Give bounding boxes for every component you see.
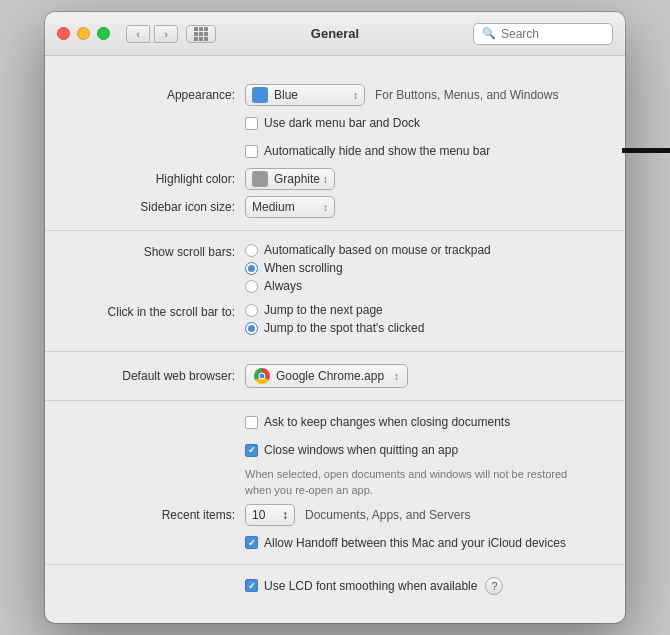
scroll-bars-options: Automatically based on mouse or trackpad… (245, 243, 491, 297)
sidebar-chevron: ↕ (323, 202, 328, 213)
close-windows-row: Close windows when quitting an app (75, 439, 595, 461)
appearance-section: Appearance: Blue ↕ For Buttons, Menus, a… (45, 72, 625, 231)
lcd-section: Use LCD font smoothing when available ? (45, 565, 625, 607)
ask-changes-row: Ask to keep changes when closing documen… (75, 411, 595, 433)
recent-chevron: ↕ (282, 508, 288, 522)
preferences-content: Appearance: Blue ↕ For Buttons, Menus, a… (45, 56, 625, 623)
close-windows-label: Close windows when quitting an app (264, 443, 458, 457)
help-button[interactable]: ? (485, 577, 503, 595)
sidebar-value: Medium (252, 200, 323, 214)
maximize-button[interactable] (97, 27, 110, 40)
auto-hide-label: Automatically hide and show the menu bar (264, 144, 490, 158)
search-box[interactable]: 🔍 (473, 23, 613, 45)
traffic-lights (57, 27, 110, 40)
back-button[interactable]: ‹ (126, 25, 150, 43)
grid-view-button[interactable] (186, 25, 216, 43)
scroll-auto-label: Automatically based on mouse or trackpad (264, 243, 491, 257)
browser-label: Default web browser: (75, 369, 245, 383)
click-spot-row: Jump to the spot that's clicked (245, 321, 424, 335)
sidebar-label: Sidebar icon size: (75, 200, 245, 214)
click-spot-radio[interactable] (245, 322, 258, 335)
close-windows-checkbox-row: Close windows when quitting an app (245, 443, 458, 457)
recent-items-row: Recent items: 10 ↕ Documents, Apps, and … (75, 504, 595, 526)
lcd-label: Use LCD font smoothing when available (264, 579, 477, 593)
documents-section: Ask to keep changes when closing documen… (45, 401, 625, 565)
blue-color-dot (252, 87, 268, 103)
scroll-bars-row: Show scroll bars: Automatically based on… (75, 243, 595, 297)
auto-hide-checkbox-row: Automatically hide and show the menu bar (245, 144, 490, 158)
search-icon: 🔍 (482, 27, 496, 40)
forward-button[interactable]: › (154, 25, 178, 43)
appearance-row: Appearance: Blue ↕ For Buttons, Menus, a… (75, 84, 595, 106)
search-input[interactable] (501, 27, 604, 41)
handoff-row: Allow Handoff between this Mac and your … (75, 532, 595, 554)
scroll-auto-radio[interactable] (245, 244, 258, 257)
scroll-always-label: Always (264, 279, 302, 293)
ask-changes-checkbox-row: Ask to keep changes when closing documen… (245, 415, 510, 429)
recent-label: Recent items: (75, 508, 245, 522)
auto-hide-row: Automatically hide and show the menu bar (75, 140, 595, 162)
close-windows-checkbox[interactable] (245, 444, 258, 457)
lcd-row: Use LCD font smoothing when available ? (75, 575, 595, 597)
highlight-label: Highlight color: (75, 172, 245, 186)
click-scroll-row: Click in the scroll bar to: Jump to the … (75, 303, 595, 339)
ask-changes-label: Ask to keep changes when closing documen… (264, 415, 510, 429)
browser-chevron: ↕ (394, 371, 399, 382)
highlight-row: Highlight color: Graphite ↕ (75, 168, 595, 190)
ask-changes-checkbox[interactable] (245, 416, 258, 429)
recent-value: 10 (252, 508, 282, 522)
preferences-window: ‹ › General 🔍 Appearanc (45, 12, 625, 623)
scroll-bars-label: Show scroll bars: (75, 243, 245, 259)
scroll-section: Show scroll bars: Automatically based on… (45, 231, 625, 352)
chrome-icon (254, 368, 270, 384)
browser-section: Default web browser: Google Chrome.app ↕ (45, 352, 625, 401)
sidebar-row: Sidebar icon size: Medium ↕ (75, 196, 595, 218)
close-windows-description: When selected, open documents and window… (245, 467, 585, 498)
lcd-checkbox[interactable] (245, 579, 258, 592)
recent-description: Documents, Apps, and Servers (305, 508, 470, 522)
scroll-when-row: When scrolling (245, 261, 491, 275)
dark-menu-checkbox-row: Use dark menu bar and Dock (245, 116, 420, 130)
recent-select[interactable]: 10 ↕ (245, 504, 295, 526)
scroll-always-row: Always (245, 279, 491, 293)
graphite-color-dot (252, 171, 268, 187)
click-next-radio[interactable] (245, 304, 258, 317)
close-windows-desc-row: When selected, open documents and window… (75, 467, 595, 498)
handoff-label: Allow Handoff between this Mac and your … (264, 536, 566, 550)
scroll-when-label: When scrolling (264, 261, 343, 275)
close-button[interactable] (57, 27, 70, 40)
browser-row: Default web browser: Google Chrome.app ↕ (75, 364, 595, 388)
scroll-always-radio[interactable] (245, 280, 258, 293)
click-scroll-label: Click in the scroll bar to: (75, 303, 245, 319)
browser-value: Google Chrome.app (276, 369, 384, 383)
sidebar-select[interactable]: Medium ↕ (245, 196, 335, 218)
scroll-auto-row: Automatically based on mouse or trackpad (245, 243, 491, 257)
click-next-label: Jump to the next page (264, 303, 383, 317)
lcd-checkbox-row: Use LCD font smoothing when available (245, 579, 477, 593)
scroll-when-radio[interactable] (245, 262, 258, 275)
dark-menu-label: Use dark menu bar and Dock (264, 116, 420, 130)
highlight-value: Graphite (274, 172, 320, 186)
highlight-chevron: ↕ (323, 174, 328, 185)
nav-buttons: ‹ › (126, 25, 178, 43)
minimize-button[interactable] (77, 27, 90, 40)
window-title: General (311, 26, 359, 41)
handoff-checkbox-row: Allow Handoff between this Mac and your … (245, 536, 566, 550)
dark-menu-row: Use dark menu bar and Dock (75, 112, 595, 134)
titlebar: ‹ › General 🔍 (45, 12, 625, 56)
highlight-select[interactable]: Graphite ↕ (245, 168, 335, 190)
dark-menu-checkbox[interactable] (245, 117, 258, 130)
click-spot-label: Jump to the spot that's clicked (264, 321, 424, 335)
browser-select[interactable]: Google Chrome.app ↕ (245, 364, 408, 388)
appearance-select[interactable]: Blue ↕ (245, 84, 365, 106)
appearance-label: Appearance: (75, 88, 245, 102)
appearance-description: For Buttons, Menus, and Windows (375, 88, 558, 102)
handoff-checkbox[interactable] (245, 536, 258, 549)
appearance-value: Blue (274, 88, 298, 102)
auto-hide-checkbox[interactable] (245, 145, 258, 158)
click-next-row: Jump to the next page (245, 303, 424, 317)
click-scroll-options: Jump to the next page Jump to the spot t… (245, 303, 424, 339)
appearance-chevron: ↕ (353, 90, 358, 101)
